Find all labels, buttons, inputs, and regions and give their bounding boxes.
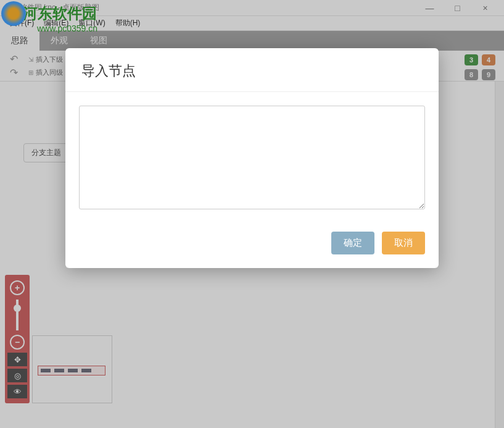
modal-overlay[interactable]: 导入节点 确定 取消 (0, 0, 504, 428)
dialog-body (65, 91, 439, 225)
cancel-button[interactable]: 取消 (382, 232, 425, 254)
import-textarea[interactable] (79, 106, 425, 209)
dialog-footer: 确定 取消 (65, 225, 439, 268)
ok-button[interactable]: 确定 (331, 232, 374, 254)
import-nodes-dialog: 导入节点 确定 取消 (65, 48, 439, 268)
dialog-title: 导入节点 (65, 48, 439, 91)
